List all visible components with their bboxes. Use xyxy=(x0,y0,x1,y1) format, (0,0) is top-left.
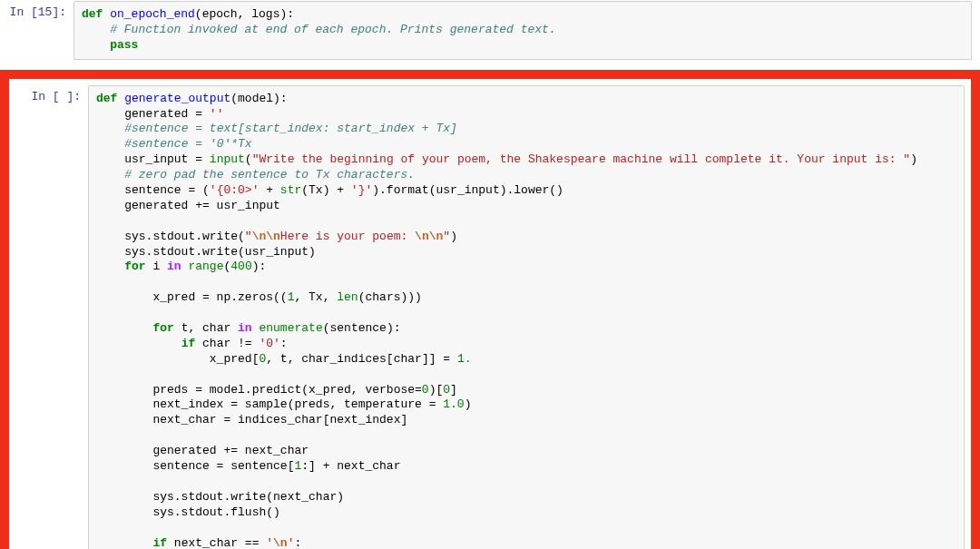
code-editor[interactable]: def on_epoch_end(epoch, logs): # Functio… xyxy=(74,1,972,60)
input-prompt: In [15]: xyxy=(1,1,74,60)
input-prompt: In [ ]: xyxy=(15,85,88,549)
code-cell: In [ ]: def generate_output(model): gene… xyxy=(15,84,965,549)
code-content[interactable]: def on_epoch_end(epoch, logs): # Functio… xyxy=(82,7,964,54)
code-cell: In [15]: def on_epoch_end(epoch, logs): … xyxy=(0,0,973,61)
code-content[interactable]: def generate_output(model): generated = … xyxy=(96,92,956,549)
code-editor[interactable]: def generate_output(model): generated = … xyxy=(88,85,965,549)
highlight-box: In [ ]: def generate_output(model): gene… xyxy=(0,70,980,549)
